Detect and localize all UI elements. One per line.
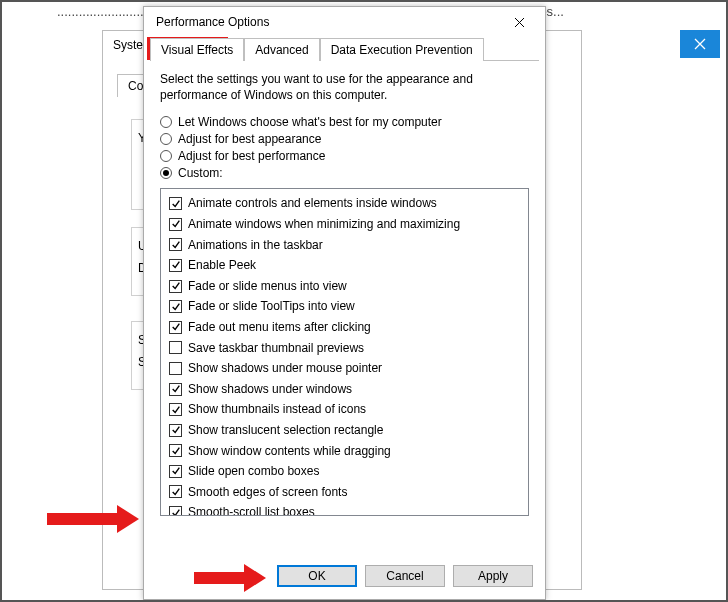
checkbox-icon — [169, 300, 182, 313]
radio-icon — [160, 133, 172, 145]
tab-visual-effects[interactable]: Visual Effects — [150, 38, 244, 61]
check-label: Show thumbnails instead of icons — [188, 400, 366, 419]
checkbox-icon — [169, 506, 182, 516]
performance-options-dialog: Performance Options Visual EffectsAdvanc… — [143, 6, 546, 600]
radio-option[interactable]: Adjust for best performance — [160, 149, 529, 163]
button-row: OK Cancel Apply — [144, 555, 545, 599]
checkbox-icon — [169, 321, 182, 334]
check-option[interactable]: Save taskbar thumbnail previews — [167, 338, 522, 359]
check-option[interactable]: Fade out menu items after clicking — [167, 317, 522, 338]
cancel-button[interactable]: Cancel — [365, 565, 445, 587]
checkbox-icon — [169, 280, 182, 293]
check-option[interactable]: Fade or slide menus into view — [167, 276, 522, 297]
checkbox-icon — [169, 259, 182, 272]
radio-option[interactable]: Adjust for best appearance — [160, 132, 529, 146]
check-label: Show window contents while dragging — [188, 442, 391, 461]
check-option[interactable]: Animate controls and elements inside win… — [167, 193, 522, 214]
checkbox-icon — [169, 485, 182, 498]
radio-label: Let Windows choose what's best for my co… — [178, 115, 442, 129]
tab-content: Select the settings you want to use for … — [144, 61, 545, 555]
ok-button[interactable]: OK — [277, 565, 357, 587]
check-option[interactable]: Enable Peek — [167, 255, 522, 276]
dialog-title: Performance Options — [156, 15, 499, 29]
check-label: Show translucent selection rectangle — [188, 421, 383, 440]
check-label: Fade or slide menus into view — [188, 277, 347, 296]
check-option[interactable]: Slide open combo boxes — [167, 461, 522, 482]
check-label: Show shadows under windows — [188, 380, 352, 399]
checkbox-icon — [169, 238, 182, 251]
check-label: Show shadows under mouse pointer — [188, 359, 382, 378]
checkbox-icon — [169, 444, 182, 457]
close-button[interactable] — [499, 8, 539, 36]
apply-button[interactable]: Apply — [453, 565, 533, 587]
radio-label: Custom: — [178, 166, 223, 180]
check-label: Fade out menu items after clicking — [188, 318, 371, 337]
checkbox-icon — [169, 197, 182, 210]
checkbox-icon — [169, 465, 182, 478]
radio-label: Adjust for best appearance — [178, 132, 321, 146]
tab-strip: Visual EffectsAdvancedData Execution Pre… — [150, 37, 539, 61]
check-label: Fade or slide ToolTips into view — [188, 297, 355, 316]
checkbox-icon — [169, 341, 182, 354]
checkbox-icon — [169, 362, 182, 375]
check-option[interactable]: Show translucent selection rectangle — [167, 420, 522, 441]
check-option[interactable]: Animate windows when minimizing and maxi… — [167, 214, 522, 235]
close-icon — [514, 17, 525, 28]
check-label: Animations in the taskbar — [188, 236, 323, 255]
check-label: Smooth edges of screen fonts — [188, 483, 347, 502]
check-label: Save taskbar thumbnail previews — [188, 339, 364, 358]
checkbox-icon — [169, 424, 182, 437]
radio-icon — [160, 116, 172, 128]
check-label: Slide open combo boxes — [188, 462, 319, 481]
radio-icon — [160, 167, 172, 179]
radio-label: Adjust for best performance — [178, 149, 325, 163]
check-label: Smooth-scroll list boxes — [188, 503, 315, 516]
effects-listbox[interactable]: Animate controls and elements inside win… — [160, 188, 529, 516]
dialog-titlebar: Performance Options — [144, 7, 545, 37]
backdrop-close-button[interactable] — [680, 30, 720, 58]
check-option[interactable]: Smooth-scroll list boxes — [167, 502, 522, 516]
checkbox-icon — [169, 383, 182, 396]
check-option[interactable]: Fade or slide ToolTips into view — [167, 296, 522, 317]
checkbox-icon — [169, 403, 182, 416]
tab-data-execution-prevention[interactable]: Data Execution Prevention — [320, 38, 484, 61]
radio-icon — [160, 150, 172, 162]
check-option[interactable]: Animations in the taskbar — [167, 235, 522, 256]
intro-text: Select the settings you want to use for … — [160, 71, 480, 103]
check-label: Enable Peek — [188, 256, 256, 275]
radio-option[interactable]: Let Windows choose what's best for my co… — [160, 115, 529, 129]
check-option[interactable]: Show thumbnails instead of icons — [167, 399, 522, 420]
tab-advanced[interactable]: Advanced — [244, 38, 319, 61]
check-option[interactable]: Show shadows under windows — [167, 379, 522, 400]
check-label: Animate windows when minimizing and maxi… — [188, 215, 460, 234]
check-label: Animate controls and elements inside win… — [188, 194, 437, 213]
check-option[interactable]: Smooth edges of screen fonts — [167, 482, 522, 503]
close-icon — [694, 38, 706, 50]
check-option[interactable]: Show window contents while dragging — [167, 441, 522, 462]
checkbox-icon — [169, 218, 182, 231]
check-option[interactable]: Show shadows under mouse pointer — [167, 358, 522, 379]
radio-option[interactable]: Custom: — [160, 166, 529, 180]
